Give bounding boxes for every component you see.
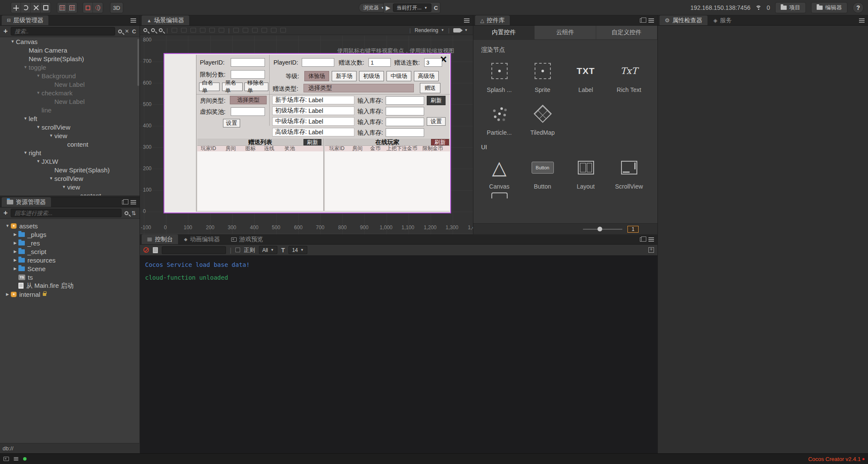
regex-checkbox[interactable] bbox=[235, 248, 240, 252]
tree-node[interactable]: ▼scrollView bbox=[0, 123, 140, 131]
search-icon[interactable] bbox=[118, 30, 122, 33]
level-button[interactable]: 初级场 bbox=[359, 71, 384, 81]
playerid-input-left[interactable] bbox=[231, 58, 265, 67]
gift-times-input[interactable] bbox=[369, 58, 391, 67]
menu-icon[interactable] bbox=[131, 202, 136, 203]
open-project-button[interactable]: 项目 bbox=[775, 2, 806, 13]
tab-cloud-components[interactable]: 云组件 bbox=[535, 26, 596, 39]
chevron-right-icon[interactable]: ▶ bbox=[4, 292, 11, 296]
design-canvas[interactable]: × PlayerID: 限制分数: 白名单 黑名单 移除名单 房间类型: 选择类… bbox=[163, 53, 451, 213]
hierarchy-search-input[interactable] bbox=[11, 27, 115, 35]
tree-node[interactable]: ▼view bbox=[0, 131, 140, 140]
zoom-out-icon[interactable] bbox=[151, 28, 155, 32]
popout-icon[interactable] bbox=[122, 200, 126, 204]
collapse-log-icon[interactable] bbox=[153, 247, 158, 253]
tree-node[interactable]: ▼Canvas bbox=[0, 37, 140, 46]
asset-item[interactable]: ▶internal bbox=[0, 290, 140, 298]
tree-node[interactable]: Main Camera bbox=[0, 46, 140, 54]
zoom-in-icon[interactable] bbox=[143, 28, 147, 32]
chevron-right-icon[interactable]: ▶ bbox=[12, 241, 18, 245]
level-button[interactable]: 高级场 bbox=[414, 71, 439, 81]
whitelist-button[interactable]: 白名单 bbox=[199, 83, 220, 91]
search-icon[interactable] bbox=[125, 211, 128, 215]
console-filter-input[interactable] bbox=[162, 246, 226, 254]
chevron-down-icon[interactable]: ▼ bbox=[22, 116, 29, 121]
font-size-dropdown[interactable]: 14▼ bbox=[288, 246, 307, 254]
rect-tool-button[interactable] bbox=[41, 3, 51, 13]
chevron-down-icon[interactable]: ▼ bbox=[35, 74, 42, 78]
align-icon[interactable] bbox=[209, 28, 215, 33]
align-icon[interactable] bbox=[280, 28, 286, 33]
log-level-dropdown[interactable]: All▼ bbox=[259, 246, 277, 254]
add-node-button[interactable]: + bbox=[3, 27, 8, 35]
chevron-down-icon[interactable]: ▼ bbox=[48, 133, 54, 138]
remove-list-button[interactable]: 移除名单 bbox=[244, 83, 268, 91]
zoom-fit-icon[interactable] bbox=[159, 28, 163, 32]
level-button[interactable]: 中级场 bbox=[386, 71, 411, 81]
library-item-splash[interactable]: Splash ... bbox=[478, 56, 521, 95]
tab-game-preview[interactable]: 游戏预览 bbox=[226, 234, 268, 244]
refresh-icon[interactable]: C bbox=[132, 28, 136, 35]
world-coord-button[interactable] bbox=[93, 3, 103, 13]
library-item-button[interactable]: ButtonButton bbox=[521, 152, 564, 192]
online-table-body[interactable] bbox=[325, 151, 450, 211]
tree-node[interactable]: New Label bbox=[0, 97, 140, 106]
play-button[interactable]: ▶ bbox=[386, 4, 390, 11]
mode-3d-button[interactable]: 3D bbox=[113, 5, 120, 11]
move-tool-button[interactable] bbox=[11, 3, 21, 13]
tab-custom-widgets[interactable]: 自定义控件 bbox=[596, 26, 657, 39]
library-item-partial[interactable] bbox=[478, 192, 521, 198]
tab-widget-library[interactable]: △ 控件库 bbox=[475, 15, 510, 25]
room-type-select[interactable]: 选择类型 bbox=[230, 96, 267, 104]
chevron-right-icon[interactable]: ▶ bbox=[12, 249, 18, 254]
set-button-left[interactable]: 设置 bbox=[223, 119, 240, 127]
tab-builtin-widgets[interactable]: 内置控件 bbox=[473, 26, 535, 39]
align-icon[interactable] bbox=[200, 28, 205, 33]
chevron-right-icon[interactable]: ▶ bbox=[12, 258, 18, 262]
tree-node[interactable]: New Label bbox=[0, 80, 140, 89]
chevron-down-icon[interactable]: ▼ bbox=[35, 125, 42, 129]
scrollbar[interactable] bbox=[137, 39, 139, 86]
tab-console[interactable]: 控制台 bbox=[142, 234, 178, 244]
refresh-online-table-button[interactable]: 刷新 bbox=[431, 139, 449, 145]
refresh-button[interactable]: C bbox=[434, 5, 438, 11]
tree-node[interactable]: ▼JXLW bbox=[0, 157, 140, 166]
menu-icon[interactable] bbox=[648, 20, 654, 21]
playerid-input-right[interactable] bbox=[302, 58, 334, 67]
camera-icon[interactable] bbox=[453, 28, 461, 33]
align-icon[interactable] bbox=[181, 28, 187, 33]
chevron-down-icon[interactable]: ▼ bbox=[464, 28, 468, 32]
tree-node[interactable]: ▼Background bbox=[0, 71, 140, 80]
library-item-label[interactable]: TXTLabel bbox=[564, 56, 607, 95]
library-item-richtext[interactable]: TxTRich Text bbox=[607, 56, 651, 95]
menu-icon[interactable] bbox=[859, 20, 865, 21]
align-icon[interactable] bbox=[190, 28, 196, 33]
tree-node[interactable]: ▼right bbox=[0, 148, 140, 157]
scale-tool-button[interactable] bbox=[31, 3, 41, 13]
chevron-down-icon[interactable]: ▼ bbox=[48, 176, 54, 180]
rendering-dropdown[interactable]: Rendering▼ bbox=[415, 27, 444, 33]
align-icon[interactable] bbox=[271, 28, 276, 33]
tab-hierarchy[interactable]: ⊟ 层级管理器 bbox=[2, 15, 48, 25]
chevron-right-icon[interactable]: ▶ bbox=[12, 232, 18, 236]
align-icon[interactable] bbox=[219, 28, 224, 33]
library-item-canvas[interactable]: △Canvas bbox=[478, 152, 521, 192]
align-icon[interactable] bbox=[252, 28, 258, 33]
chevron-down-icon[interactable]: ▼ bbox=[35, 159, 42, 163]
help-button[interactable]: ? bbox=[853, 2, 864, 13]
clear-log-icon[interactable] bbox=[143, 247, 149, 253]
chevron-down-icon[interactable]: ▼ bbox=[9, 39, 16, 44]
tab-services[interactable]: ◈ 服务 bbox=[708, 15, 737, 25]
current-open-dropdown[interactable]: 当前打开...▼ bbox=[393, 3, 431, 12]
tree-node[interactable]: New Sprite(Splash) bbox=[0, 54, 140, 63]
level-button[interactable]: 新手场 bbox=[332, 71, 357, 81]
asset-item[interactable]: TSts bbox=[0, 273, 140, 281]
refresh-stock-button[interactable]: 刷新 bbox=[427, 96, 446, 105]
rotate-tool-button[interactable] bbox=[21, 3, 31, 13]
align-icon[interactable] bbox=[233, 28, 239, 33]
chevron-down-icon[interactable]: ▼ bbox=[4, 224, 11, 228]
open-editor-button[interactable]: 编辑器 bbox=[811, 2, 847, 13]
refresh-gift-table-button[interactable]: 刷新 bbox=[303, 139, 321, 145]
tree-node[interactable]: ▼view bbox=[0, 183, 140, 191]
slider-knob[interactable] bbox=[597, 227, 602, 231]
